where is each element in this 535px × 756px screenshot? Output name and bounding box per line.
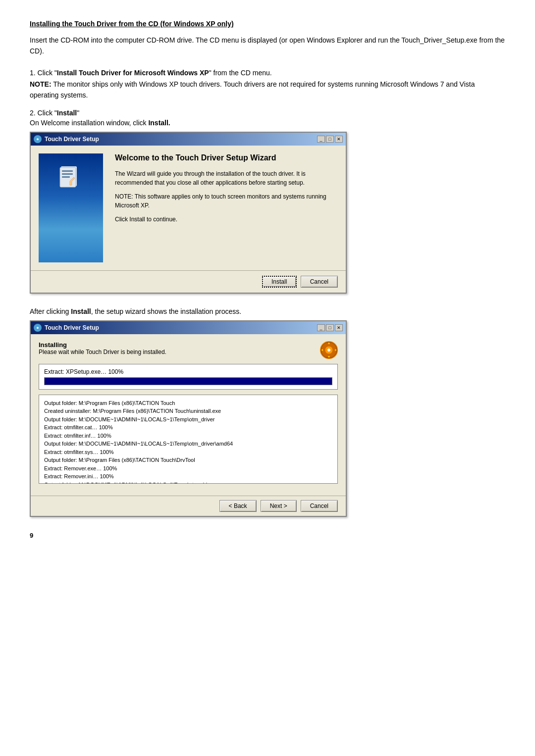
dialog-1-title: Touch Driver Setup xyxy=(45,136,99,143)
minimize-button[interactable]: _ xyxy=(317,136,325,143)
step-1-text: 1. Click "Install Touch Driver for Micro… xyxy=(30,69,505,77)
progress-bar-fill xyxy=(45,378,332,385)
dialog-2-header: Installing Please wait while Touch Drive… xyxy=(39,341,338,359)
dialog-1-body: Welcome to the Touch Driver Setup Wizard… xyxy=(31,146,346,270)
log-line: Extract: otmfilter.cat… 100% xyxy=(44,423,332,432)
note-text: NOTE: The monitor ships only with Window… xyxy=(30,79,505,101)
step-1-bold: Install Touch Driver for Microsoft Windo… xyxy=(57,69,209,77)
note-body: The monitor ships only with Windows XP t… xyxy=(30,80,475,99)
note-label: NOTE: xyxy=(30,80,52,88)
dialog-2-title-icon: ● xyxy=(34,324,42,332)
log-line: Output folder: M:\DOCUME~1\ADMINI~1\LOCA… xyxy=(44,415,332,424)
after-install-bold: Install xyxy=(71,307,91,315)
install-button[interactable]: Install xyxy=(262,276,297,288)
after-install-suffix: , the setup wizard shows the installatio… xyxy=(91,307,242,315)
dialog-1-para2: NOTE: This software applies only to touc… xyxy=(115,192,334,210)
log-line: Extract: otmfilter.inf… 100% xyxy=(44,432,332,440)
dialog-1-titlebar-left: ● Touch Driver Setup xyxy=(34,135,99,143)
page-number: 9 xyxy=(30,532,505,539)
dialog-1-para1: The Wizard will guide you through the in… xyxy=(115,169,334,187)
dialog-2-title: Touch Driver Setup xyxy=(45,324,99,331)
wizard-icon xyxy=(56,163,86,193)
step-1: 1. Click "Install Touch Driver for Micro… xyxy=(30,69,505,101)
dialog-1-heading: Welcome to the Touch Driver Setup Wizard xyxy=(115,153,334,162)
svg-point-7 xyxy=(327,349,330,352)
step-2: 2. Click "Install" On Welcome installati… xyxy=(30,109,505,127)
welcome-instruction-bold: Install. xyxy=(148,119,170,127)
installing-desc: Please wait while Touch Driver is being … xyxy=(39,349,166,355)
dialog-2-body: Installing Please wait while Touch Drive… xyxy=(31,334,346,496)
maximize-button[interactable]: □ xyxy=(326,136,334,143)
step-2-prefix: 2. Click " xyxy=(30,109,57,117)
section-title: Installing the Touch Driver from the CD … xyxy=(30,20,505,28)
log-line: Output folder: M:\DOCUME~1\ADMINI~1\LOCA… xyxy=(44,440,332,448)
log-line: Extract: Remover.ini… 100% xyxy=(44,472,332,481)
dialog-1: ● Touch Driver Setup _ □ ✕ xyxy=(30,132,347,294)
dialog-1-content: Welcome to the Touch Driver Setup Wizard… xyxy=(111,153,338,262)
step-1-suffix: " from the CD menu. xyxy=(209,69,272,77)
dialog-2-controls: _ □ ✕ xyxy=(317,324,343,331)
log-line: Output folder: M:\Program Files (x86)\TA… xyxy=(44,456,332,464)
cancel-button-1[interactable]: Cancel xyxy=(301,276,338,288)
dialog-1-titlebar: ● Touch Driver Setup _ □ ✕ xyxy=(31,133,346,146)
next-button[interactable]: Next > xyxy=(261,500,297,512)
dialog2-minimize-button[interactable]: _ xyxy=(317,324,325,331)
dialog2-close-button[interactable]: ✕ xyxy=(335,324,343,331)
progress-label: Extract: XPSetup.exe… 100% xyxy=(44,368,332,375)
progress-area: Extract: XPSetup.exe… 100% xyxy=(39,364,338,390)
back-button[interactable]: < Back xyxy=(219,500,257,512)
step-2-bold: Install xyxy=(57,109,77,117)
welcome-instruction: On Welcome installation window, click In… xyxy=(30,119,505,127)
dialog2-maximize-button[interactable]: □ xyxy=(326,324,334,331)
welcome-instruction-prefix: On Welcome installation window, click xyxy=(30,119,148,127)
installing-icon xyxy=(320,341,338,359)
step-2-text: 2. Click "Install" xyxy=(30,109,505,117)
dialog-1-controls: _ □ ✕ xyxy=(317,136,343,143)
dialog-1-para3: Click Install to continue. xyxy=(115,215,334,224)
log-line: Output folder: M:\DOCUME~1\ADMINI~1\LOCA… xyxy=(44,481,332,484)
dialog-2-titlebar-left: ● Touch Driver Setup xyxy=(34,324,99,332)
svg-rect-2 xyxy=(62,170,73,172)
step-2-suffix: " xyxy=(77,109,79,117)
close-button[interactable]: ✕ xyxy=(335,136,343,143)
installing-label: Installing xyxy=(39,341,166,349)
dialog-2-header-left: Installing Please wait while Touch Drive… xyxy=(39,341,166,355)
step-1-prefix: 1. Click " xyxy=(30,69,57,77)
cancel-button-2[interactable]: Cancel xyxy=(301,500,338,512)
dialog-1-title-icon: ● xyxy=(34,135,42,143)
dialog-2-titlebar: ● Touch Driver Setup _ □ ✕ xyxy=(31,321,346,334)
dialog-2: ● Touch Driver Setup _ □ ✕ Installing Pl… xyxy=(30,320,347,517)
log-area: Output folder: M:\Program Files (x86)\TA… xyxy=(39,395,338,484)
log-line: Extract: Remover.exe… 100% xyxy=(44,464,332,473)
log-line: Extract: otmfilter.sys… 100% xyxy=(44,448,332,456)
dialog-1-sidebar xyxy=(39,153,103,262)
after-install-prefix: After clicking xyxy=(30,307,71,315)
svg-rect-3 xyxy=(62,173,73,175)
log-line: Output folder: M:\Program Files (x86)\TA… xyxy=(44,399,332,407)
log-line: Created uninstaller: M:\Program Files (x… xyxy=(44,407,332,415)
dialog-1-footer: Install Cancel xyxy=(31,270,346,293)
progress-bar xyxy=(44,377,332,385)
intro-paragraph: Insert the CD-ROM into the computer CD-R… xyxy=(30,35,505,57)
after-install-text: After clicking Install, the setup wizard… xyxy=(30,307,505,315)
dialog-2-footer: < Back Next > Cancel xyxy=(31,496,346,516)
svg-rect-4 xyxy=(62,176,70,178)
